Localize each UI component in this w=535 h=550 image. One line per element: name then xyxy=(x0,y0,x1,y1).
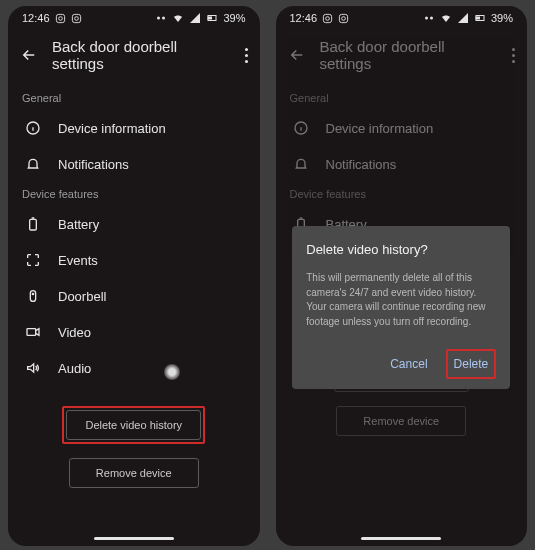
cancel-button[interactable]: Cancel xyxy=(386,353,431,375)
row-label: Events xyxy=(58,253,98,268)
signal-icon xyxy=(189,12,201,24)
status-time: 12:46 xyxy=(22,12,50,24)
svg-rect-7 xyxy=(208,17,212,19)
confirm-dialog: Delete video history? This will permanen… xyxy=(292,226,510,389)
row-label: Doorbell xyxy=(58,289,106,304)
delete-button[interactable]: Delete xyxy=(450,353,493,375)
status-bar: 12:46 39% xyxy=(8,6,260,28)
dialog-title: Delete video history? xyxy=(306,242,496,257)
battery-icon xyxy=(206,12,218,24)
page-title: Back door doorbell settings xyxy=(52,38,231,72)
svg-rect-0 xyxy=(56,14,64,22)
svg-point-5 xyxy=(162,17,165,20)
remove-device-button[interactable]: Remove device xyxy=(69,458,199,488)
row-label: Notifications xyxy=(58,157,129,172)
doorbell-icon xyxy=(24,288,42,304)
instagram-icon xyxy=(71,13,82,24)
row-label: Audio xyxy=(58,361,91,376)
dialog-body: This will permanently delete all of this… xyxy=(306,271,496,329)
row-label: Device information xyxy=(58,121,166,136)
instagram-icon xyxy=(55,13,66,24)
phone-left: 12:46 39% Back door doorbell settings Ge… xyxy=(8,6,260,546)
phone-right: 12:46 39% Back door doorbell settings Ge… xyxy=(276,6,528,546)
delete-video-history-button[interactable]: Delete video history xyxy=(66,410,201,440)
nav-bar[interactable] xyxy=(361,537,441,540)
link-icon xyxy=(155,12,167,24)
row-audio[interactable]: Audio xyxy=(8,350,260,386)
svg-point-11 xyxy=(32,293,33,294)
events-icon xyxy=(24,252,42,268)
row-events[interactable]: Events xyxy=(8,242,260,278)
svg-point-1 xyxy=(58,16,62,20)
svg-rect-10 xyxy=(30,291,35,302)
battery-icon xyxy=(24,216,42,232)
video-icon xyxy=(24,324,42,340)
battery-pct: 39% xyxy=(223,12,245,24)
row-device-info[interactable]: Device information xyxy=(8,110,260,146)
highlight-delete-history: Delete video history xyxy=(62,406,205,444)
row-video[interactable]: Video xyxy=(8,314,260,350)
back-arrow-icon[interactable] xyxy=(20,46,38,64)
row-label: Battery xyxy=(58,217,99,232)
row-doorbell[interactable]: Doorbell xyxy=(8,278,260,314)
row-notifications[interactable]: Notifications xyxy=(8,146,260,182)
info-icon xyxy=(24,120,42,136)
highlight-delete: Delete xyxy=(446,349,497,379)
row-battery[interactable]: Battery xyxy=(8,206,260,242)
svg-point-4 xyxy=(157,17,160,20)
row-label: Video xyxy=(58,325,91,340)
svg-rect-2 xyxy=(72,14,80,22)
svg-rect-12 xyxy=(27,329,36,336)
nav-bar[interactable] xyxy=(94,537,174,540)
section-general: General xyxy=(8,86,260,110)
svg-point-3 xyxy=(74,16,78,20)
audio-icon xyxy=(24,360,42,376)
header: Back door doorbell settings xyxy=(8,28,260,86)
section-features: Device features xyxy=(8,182,260,206)
dialog-overlay: Delete video history? This will permanen… xyxy=(276,6,528,546)
wifi-icon xyxy=(172,12,184,24)
bell-icon xyxy=(24,156,42,172)
menu-icon[interactable] xyxy=(245,48,248,63)
svg-rect-9 xyxy=(30,219,37,230)
